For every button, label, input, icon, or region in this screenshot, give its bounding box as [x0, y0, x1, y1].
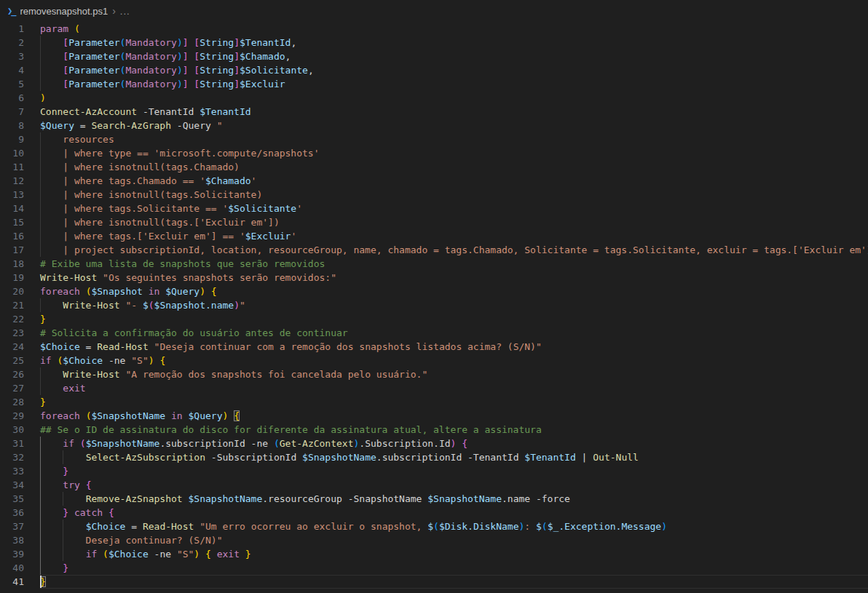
- breadcrumb-symbol-ellipsis[interactable]: ...: [120, 6, 130, 17]
- line-number[interactable]: 6: [0, 91, 40, 105]
- code-line-5[interactable]: 5 [Parameter(Mandatory)] [String]$Exclui…: [0, 77, 868, 91]
- code-line-1[interactable]: 1param (: [0, 22, 868, 36]
- code-line-content[interactable]: [Parameter(Mandatory)] [String]$Chamado,: [40, 49, 868, 63]
- line-number[interactable]: 17: [0, 243, 40, 257]
- code-line-25[interactable]: 25if ($Choice -ne "S") {: [0, 354, 868, 367]
- code-line-38[interactable]: 38 Deseja continuar? (S/N)": [0, 533, 868, 547]
- line-number[interactable]: 29: [0, 409, 40, 423]
- code-line-content[interactable]: foreach ($Snapshot in $Query) {: [40, 284, 868, 298]
- code-line-14[interactable]: 14 | where tags.Solicitante == '$Solicit…: [0, 202, 868, 215]
- code-line-content[interactable]: foreach ($SnapshotName in $Query) {: [40, 409, 868, 423]
- line-number[interactable]: 38: [0, 533, 40, 547]
- line-number[interactable]: 4: [0, 63, 40, 77]
- code-line-33[interactable]: 33 }: [0, 464, 868, 478]
- code-line-content[interactable]: $Choice = Read-Host "Um erro ocorreu ao …: [40, 520, 868, 533]
- code-line-content[interactable]: Write-Host "Os seguintes snapshots serão…: [40, 271, 868, 284]
- line-number[interactable]: 5: [0, 77, 40, 91]
- line-number[interactable]: 23: [0, 326, 40, 340]
- code-line-35[interactable]: 35 Remove-AzSnapshot $SnapshotName.resou…: [0, 492, 868, 506]
- code-line-20[interactable]: 20foreach ($Snapshot in $Query) {: [0, 284, 868, 298]
- code-line-17[interactable]: 17 | project subscriptionId, location, r…: [0, 243, 868, 257]
- line-number[interactable]: 28: [0, 395, 40, 409]
- code-line-content[interactable]: | where tags.['Excluir em'] == '$Excluir…: [40, 229, 868, 243]
- code-line-31[interactable]: 31 if ($SnapshotName.subscriptionId -ne …: [0, 437, 868, 450]
- code-line-15[interactable]: 15 | where isnotnull(tags.['Excluir em']…: [0, 215, 868, 229]
- code-line-26[interactable]: 26 Write-Host "A remoção dos snapshots f…: [0, 367, 868, 381]
- code-line-content[interactable]: | where type == 'microsoft.compute/snaps…: [40, 146, 868, 160]
- code-line-7[interactable]: 7Connect-AzAccount -TenantId $TenantId: [0, 105, 868, 119]
- code-line-content[interactable]: [Parameter(Mandatory)] [String]$TenantId…: [40, 36, 868, 49]
- code-line-content[interactable]: Remove-AzSnapshot $SnapshotName.resource…: [40, 492, 868, 506]
- line-number[interactable]: 1: [0, 22, 40, 36]
- code-line-content[interactable]: | where tags.Chamado == '$Chamado': [40, 174, 868, 188]
- line-number[interactable]: 34: [0, 478, 40, 492]
- code-line-content[interactable]: $Choice = Read-Host "Deseja continuar co…: [40, 340, 868, 354]
- code-line-content[interactable]: resources: [40, 132, 868, 146]
- code-line-32[interactable]: 32 Select-AzSubscription -SubscriptionId…: [0, 450, 868, 464]
- code-line-content[interactable]: }: [40, 395, 868, 409]
- line-number[interactable]: 14: [0, 202, 40, 215]
- line-number[interactable]: 3: [0, 49, 40, 63]
- line-number[interactable]: 20: [0, 284, 40, 298]
- code-line-content[interactable]: # Solicita a confirmação do usuário ante…: [40, 326, 868, 340]
- code-line-8[interactable]: 8$Query = Search-AzGraph -Query ": [0, 119, 868, 132]
- line-number[interactable]: 16: [0, 229, 40, 243]
- code-line-9[interactable]: 9 resources: [0, 132, 868, 146]
- breadcrumb[interactable]: ❯_ removesnapshot.ps1 › ...: [0, 0, 868, 22]
- code-line-30[interactable]: 30## Se o ID de assinatura do disco for …: [0, 423, 868, 437]
- code-line-content[interactable]: exit: [40, 381, 868, 395]
- line-number[interactable]: 39: [0, 547, 40, 561]
- line-number[interactable]: 11: [0, 160, 40, 174]
- line-number[interactable]: 32: [0, 450, 40, 464]
- code-line-content[interactable]: | where tags.Solicitante == '$Solicitant…: [40, 202, 868, 215]
- code-line-36[interactable]: 36 } catch {: [0, 506, 868, 520]
- line-number[interactable]: 36: [0, 506, 40, 520]
- line-number[interactable]: 31: [0, 437, 40, 450]
- code-line-content[interactable]: Connect-AzAccount -TenantId $TenantId: [40, 105, 868, 119]
- code-line-content[interactable]: | where isnotnull(tags.['Excluir em']): [40, 215, 868, 229]
- code-line-34[interactable]: 34 try {: [0, 478, 868, 492]
- code-line-6[interactable]: 6): [0, 91, 868, 105]
- code-line-11[interactable]: 11 | where isnotnull(tags.Chamado): [0, 160, 868, 174]
- code-line-content[interactable]: ## Se o ID de assinatura do disco for di…: [40, 423, 868, 437]
- code-line-16[interactable]: 16 | where tags.['Excluir em'] == '$Excl…: [0, 229, 868, 243]
- code-line-content[interactable]: if ($Choice -ne "S") {: [40, 354, 868, 367]
- code-line-content[interactable]: if ($SnapshotName.subscriptionId -ne (Ge…: [40, 437, 868, 450]
- line-number[interactable]: 33: [0, 464, 40, 478]
- code-line-content[interactable]: Write-Host "- $($Snapshot.name)": [40, 298, 868, 312]
- code-line-content[interactable]: }: [40, 312, 868, 326]
- code-line-content[interactable]: }: [40, 561, 868, 575]
- code-line-content[interactable]: }: [40, 464, 868, 478]
- code-line-content[interactable]: | where isnotnull(tags.Solicitante): [40, 188, 868, 202]
- line-number[interactable]: 2: [0, 36, 40, 49]
- code-line-21[interactable]: 21 Write-Host "- $($Snapshot.name)": [0, 298, 868, 312]
- code-line-37[interactable]: 37 $Choice = Read-Host "Um erro ocorreu …: [0, 520, 868, 533]
- code-line-3[interactable]: 3 [Parameter(Mandatory)] [String]$Chamad…: [0, 49, 868, 63]
- code-line-content[interactable]: | where isnotnull(tags.Chamado): [40, 160, 868, 174]
- line-number[interactable]: 10: [0, 146, 40, 160]
- code-line-24[interactable]: 24$Choice = Read-Host "Deseja continuar …: [0, 340, 868, 354]
- code-line-content[interactable]: | project subscriptionId, location, reso…: [40, 243, 868, 257]
- line-number[interactable]: 13: [0, 188, 40, 202]
- code-line-content[interactable]: if ($Choice -ne "S") { exit }: [40, 547, 868, 561]
- code-line-content[interactable]: param (: [40, 22, 868, 36]
- line-number[interactable]: 12: [0, 174, 40, 188]
- line-number[interactable]: 27: [0, 381, 40, 395]
- line-number[interactable]: 24: [0, 340, 40, 354]
- code-line-18[interactable]: 18# Exibe uma lista de snapshots que ser…: [0, 257, 868, 271]
- code-line-content[interactable]: [Parameter(Mandatory)] [String]$Excluir: [40, 77, 868, 91]
- line-number[interactable]: 15: [0, 215, 40, 229]
- line-number[interactable]: 9: [0, 132, 40, 146]
- breadcrumb-file-name[interactable]: removesnapshot.ps1: [20, 6, 108, 17]
- line-number[interactable]: 25: [0, 354, 40, 367]
- code-line-39[interactable]: 39 if ($Choice -ne "S") { exit }: [0, 547, 868, 561]
- code-line-13[interactable]: 13 | where isnotnull(tags.Solicitante): [0, 188, 868, 202]
- line-number[interactable]: 21: [0, 298, 40, 312]
- line-number[interactable]: 30: [0, 423, 40, 437]
- code-line-content[interactable]: Deseja continuar? (S/N)": [40, 533, 868, 547]
- code-line-10[interactable]: 10 | where type == 'microsoft.compute/sn…: [0, 146, 868, 160]
- code-line-content[interactable]: # Exibe uma lista de snapshots que serão…: [40, 257, 868, 271]
- code-line-content[interactable]: Write-Host "A remoção dos snapshots foi …: [40, 367, 868, 381]
- code-line-27[interactable]: 27 exit: [0, 381, 868, 395]
- code-line-content[interactable]: try {: [40, 478, 868, 492]
